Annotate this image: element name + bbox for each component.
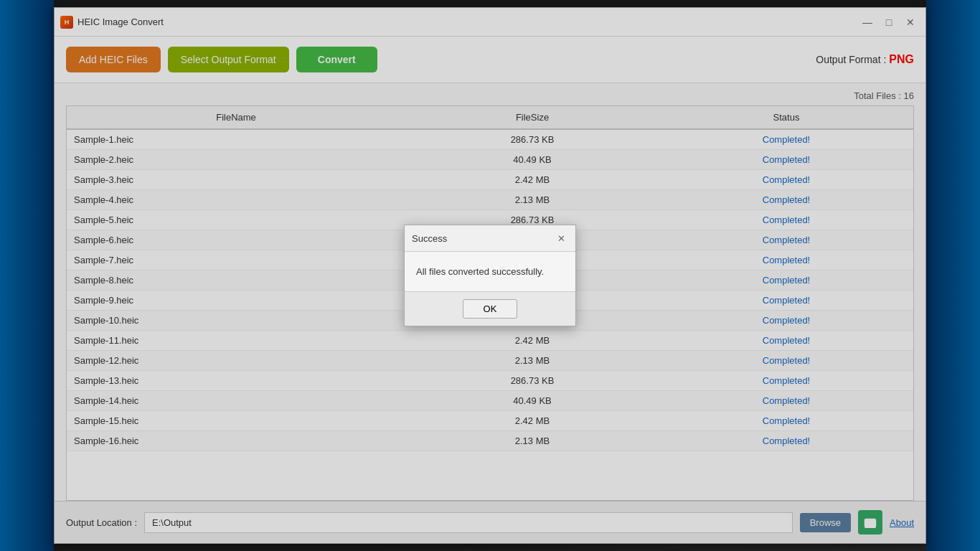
modal-body: All files converted successfully. — [405, 252, 575, 291]
modal-message: All files converted successfully. — [416, 266, 544, 277]
modal-ok-button[interactable]: OK — [463, 299, 518, 319]
modal-footer: OK — [405, 291, 575, 326]
modal-title: Success — [412, 233, 447, 244]
success-modal: Success ✕ All files converted successful… — [404, 225, 576, 326]
modal-close-button[interactable]: ✕ — [554, 231, 568, 245]
modal-overlay[interactable]: Success ✕ All files converted successful… — [0, 0, 980, 551]
modal-title-bar: Success ✕ — [405, 225, 575, 252]
